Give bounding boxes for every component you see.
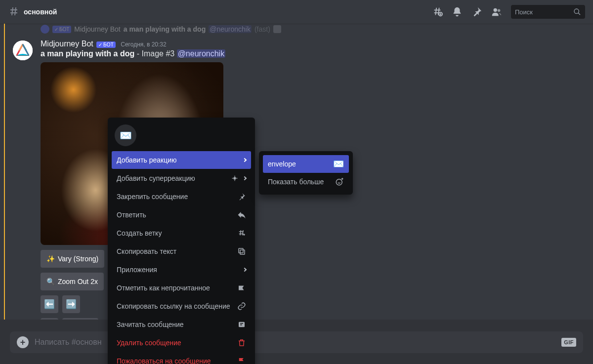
header-actions: Поиск <box>432 5 585 19</box>
hash-icon <box>8 5 20 19</box>
ctx-add-reaction[interactable]: Добавить реакцию <box>112 151 251 169</box>
speak-icon <box>237 320 246 329</box>
ctx-speak-message[interactable]: Зачитать сообщение <box>112 316 251 333</box>
bot-badge: ✓ БОТ <box>96 41 116 48</box>
author-name[interactable]: Midjourney Bot <box>41 40 93 48</box>
submenu-envelope[interactable]: envelope ✉️ <box>263 155 349 173</box>
ctx-label: Скопировать текст <box>117 247 176 255</box>
submenu-show-more[interactable]: Показать больше <box>263 173 349 191</box>
thread-icon <box>237 229 246 238</box>
search-placeholder: Поиск <box>515 8 573 16</box>
zoom-out-2x-button[interactable]: 🔍 Zoom Out 2x <box>41 273 104 290</box>
previous-message-partial: ✓ БОТ Midjourney Bot a man playing with … <box>41 24 593 34</box>
ctx-create-thread[interactable]: Создать ветку <box>112 224 251 242</box>
context-menu: ✉️ Добавить реакцию Добавить суперреакци… <box>108 118 255 364</box>
svg-point-1 <box>494 8 497 12</box>
gif-button[interactable]: GIF <box>561 338 576 347</box>
search-input[interactable]: Поиск <box>511 5 585 19</box>
header-left: основной <box>8 5 57 19</box>
envelope-icon: ✉️ <box>333 159 344 169</box>
ctx-label: Зачитать сообщение <box>117 321 184 328</box>
ctx-label: Скопировать ссылку на сообщение <box>117 302 230 310</box>
channel-name: основной <box>24 8 57 16</box>
ctx-label: Добавить реакцию <box>117 156 177 164</box>
ctx-add-super-reaction[interactable]: Добавить суперреакцию <box>112 169 251 187</box>
ctx-pin-message[interactable]: Закрепить сообщение <box>112 188 251 205</box>
ctx-delete-message[interactable]: Удалить сообщение <box>112 334 251 352</box>
ctx-label: Пожаловаться на сообщение <box>117 357 211 364</box>
svg-point-9 <box>336 179 342 185</box>
svg-rect-7 <box>239 248 243 253</box>
chevron-right-icon <box>243 268 247 272</box>
pin-icon[interactable] <box>471 6 482 17</box>
ctx-reply[interactable]: Ответить <box>112 206 251 224</box>
ctx-label: Приложения <box>117 266 157 274</box>
ctx-label: Отметить как непрочитанное <box>117 284 210 292</box>
svg-point-3 <box>574 9 579 13</box>
arrow-right-button[interactable]: ➡️ <box>62 295 80 313</box>
mention[interactable]: @neuronchik <box>209 25 252 33</box>
svg-point-5 <box>233 177 236 179</box>
content: a man playing with a dog <box>124 25 206 33</box>
avatar[interactable] <box>13 40 33 60</box>
emoji-preview[interactable]: ✉️ <box>115 124 136 146</box>
chevron-right-icon <box>243 176 247 180</box>
svg-rect-4 <box>13 40 33 60</box>
reaction-submenu: envelope ✉️ Показать больше <box>259 151 353 195</box>
ctx-copy-text[interactable]: Скопировать текст <box>112 243 251 260</box>
bell-icon[interactable] <box>452 6 463 17</box>
bot-badge: ✓ БОТ <box>52 26 71 33</box>
trash-icon <box>237 338 246 347</box>
burst-icon <box>230 174 239 183</box>
vary-strong-button[interactable]: ✨ Vary (Strong) <box>41 250 104 268</box>
message-content: a man playing with a dog - Image #3 @neu… <box>41 49 593 58</box>
ctx-report-message[interactable]: Пожаловаться на сообщение <box>112 352 251 364</box>
ctx-apps[interactable]: Приложения <box>112 261 251 279</box>
mention[interactable]: @neuronchik <box>177 49 226 58</box>
arrow-left-button[interactable]: ⬅️ <box>41 295 58 313</box>
submenu-label: Показать больше <box>268 178 324 186</box>
ctx-label: Ответить <box>117 211 146 219</box>
attach-button[interactable]: + <box>17 336 29 348</box>
emoji-add-icon <box>335 177 344 186</box>
search-icon <box>573 8 581 16</box>
reply-icon <box>237 210 246 219</box>
flag-icon <box>237 357 246 364</box>
ctx-mark-unread[interactable]: Отметить как непрочитанное <box>112 279 251 297</box>
chevron-right-icon <box>243 158 247 162</box>
content-rest: - Image #3 <box>134 49 176 58</box>
ctx-copy-link[interactable]: Скопировать ссылку на сообщение <box>112 297 251 315</box>
suffix: (fast) <box>254 25 270 33</box>
copy-icon <box>237 247 246 256</box>
submenu-label: envelope <box>268 160 296 168</box>
message-header: Midjourney Bot ✓ БОТ Сегодня, в 20:32 <box>41 40 593 48</box>
link-icon <box>237 302 246 311</box>
svg-point-2 <box>498 9 501 12</box>
author-name: Midjourney Bot <box>74 25 120 33</box>
pin-icon <box>237 192 246 201</box>
ctx-label: Создать ветку <box>117 229 162 237</box>
attachment-icon <box>273 25 281 33</box>
avatar-small <box>41 25 49 34</box>
ctx-label: Добавить суперреакцию <box>117 174 195 182</box>
composer: + Написать #основн GIF <box>10 331 583 353</box>
ctx-label: Удалить сообщение <box>117 339 181 347</box>
threads-icon[interactable] <box>432 6 443 17</box>
timestamp: Сегодня, в 20:32 <box>121 41 166 48</box>
channel-header: основной Поиск <box>0 0 593 24</box>
ctx-label: Закрепить сообщение <box>117 193 188 201</box>
content-bold: a man playing with a dog <box>41 49 134 58</box>
unread-icon <box>237 283 246 292</box>
svg-rect-6 <box>240 250 245 254</box>
members-icon[interactable] <box>491 6 502 17</box>
